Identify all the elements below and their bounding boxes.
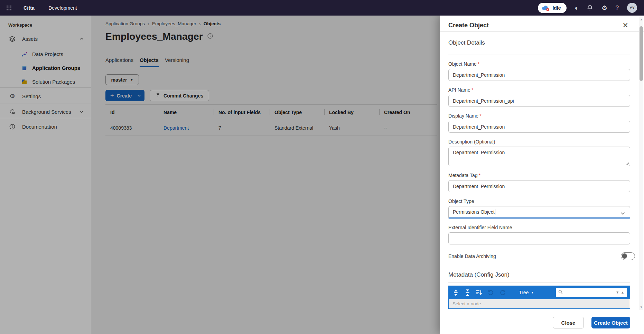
required-marker: * [478, 61, 479, 67]
section-title-metadata: Metadata (Config Json) [448, 271, 630, 278]
description-field-wrap: Department_Permission [448, 147, 630, 166]
status-pill[interactable]: Idle [538, 3, 566, 13]
enable-archiving-row: Enable Data Archiving [448, 252, 630, 260]
object-name-label: Object Name* [448, 61, 630, 67]
object-type-label: Object Type [448, 198, 630, 204]
json-editor: Tree ▼ ▼ ▲ Select a node... [448, 286, 630, 309]
object-name-field[interactable] [448, 69, 630, 81]
redo-icon[interactable] [499, 289, 506, 296]
drawer-scrollbar: ▲ ▼ [639, 17, 643, 310]
create-object-drawer: Create Object × Object Details Object Na… [440, 16, 644, 334]
search-next-icon[interactable]: ▼ [616, 291, 619, 294]
object-type-select[interactable]: Permissions Object [448, 206, 630, 219]
section-title-object-details: Object Details [448, 39, 630, 46]
undo-icon[interactable] [487, 289, 495, 296]
scroll-up-icon[interactable]: ▲ [639, 17, 643, 21]
object-type-value: Permissions Object [453, 209, 495, 215]
enable-archiving-toggle[interactable] [621, 252, 635, 260]
sort-icon[interactable] [475, 289, 483, 296]
scroll-down-icon[interactable]: ▼ [639, 305, 643, 309]
app-window: Citta Development Idle ◐ [0, 0, 644, 334]
top-bar: Citta Development Idle ◐ [0, 0, 644, 16]
cloud-status-icon [541, 5, 550, 11]
json-search-input[interactable] [564, 290, 614, 295]
json-search-box: ▼ ▲ [556, 288, 627, 297]
json-node-path-bar[interactable]: Select a node... [449, 299, 630, 308]
search-prev-icon[interactable]: ▲ [621, 291, 624, 294]
collapse-all-icon[interactable] [464, 289, 471, 296]
help-icon[interactable]: ? [616, 5, 619, 11]
section-divider [448, 282, 630, 283]
settings-gear-icon[interactable]: ⚙ [601, 5, 607, 11]
chevron-down-icon [620, 211, 625, 216]
required-marker: * [479, 113, 481, 119]
brand-name[interactable]: Citta [24, 5, 35, 11]
close-button[interactable]: Close [553, 317, 584, 328]
topbar-right: Idle ◐ ⚙ ? YY [538, 3, 637, 13]
description-field[interactable]: Department_Permission [448, 147, 630, 166]
display-name-field[interactable] [448, 121, 630, 133]
section-divider [448, 55, 630, 55]
drawer-body: Object Details Object Name* API Name* Di… [440, 32, 644, 311]
environment-name[interactable]: Development [48, 5, 77, 11]
status-label: Idle [552, 5, 561, 11]
scrollbar-thumb[interactable] [640, 26, 643, 81]
drawer-header: Create Object × [440, 16, 644, 32]
editor-mode-label: Tree [519, 290, 529, 295]
enable-archiving-label: Enable Data Archiving [448, 253, 496, 259]
modal-dim-overlay[interactable] [0, 16, 440, 334]
api-name-label: API Name* [448, 87, 630, 93]
required-marker: * [479, 173, 480, 178]
theme-contrast-icon[interactable]: ◐ [575, 5, 579, 11]
json-editor-toolbar: Tree ▼ ▼ ▲ [449, 286, 630, 299]
metadata-tag-label: Metadata Tag* [448, 173, 630, 178]
notifications-bell-icon[interactable] [587, 4, 593, 11]
create-object-button[interactable]: Create Object [591, 317, 630, 328]
editor-mode-dropdown[interactable]: Tree ▼ [519, 290, 534, 295]
api-name-field[interactable] [448, 95, 630, 107]
required-marker: * [472, 87, 473, 93]
drawer-title: Create Object [448, 22, 489, 29]
toggle-knob [622, 253, 627, 259]
external-identifier-label: External Identifier Field Name [448, 225, 630, 230]
app-launcher-icon[interactable] [6, 5, 12, 11]
expand-all-icon[interactable] [452, 289, 459, 296]
display-name-label: Display Name* [448, 113, 630, 119]
caret-down-icon: ▼ [531, 291, 534, 294]
description-label: Description (Optional) [448, 139, 630, 145]
search-icon [558, 289, 563, 296]
external-identifier-field[interactable] [448, 232, 630, 244]
text-cursor [495, 209, 496, 215]
metadata-tag-field[interactable] [448, 180, 630, 192]
drawer-footer: Close Create Object [440, 311, 644, 334]
user-avatar[interactable]: YY [627, 3, 637, 13]
close-icon[interactable]: × [623, 22, 628, 29]
